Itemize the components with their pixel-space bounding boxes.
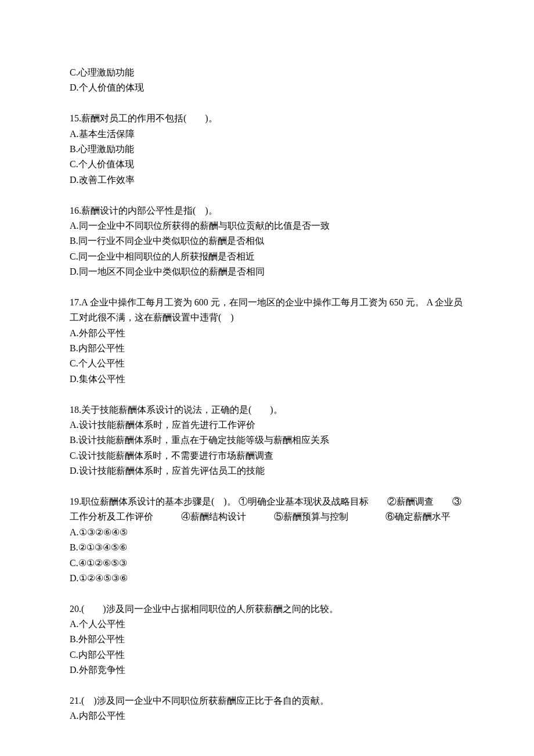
spacer [70,188,464,203]
q19-option-b: B.②①③④⑤⑥ [70,540,464,555]
q15-option-c: C.个人价值体现 [70,157,464,172]
q19-option-c: C.④①②⑥⑤③ [70,556,464,571]
orphan-option-c: C.心理激励功能 [70,65,464,80]
q17-option-d: D.集体公平性 [70,372,464,387]
q17-option-b: B.内部公平性 [70,341,464,356]
q15-option-b: B.心理激励功能 [70,142,464,157]
q19-stem: 19.职位薪酬体系设计的基本步骤是( )。 ①明确企业基本现状及战略目标 ②薪酬… [70,494,464,525]
q15-stem: 15.薪酬对员工的作用不包括( )。 [70,111,464,126]
q16-option-c: C.同一企业中相同职位的人所获报酬是否相近 [70,249,464,264]
q15-option-d: D.改善工作效率 [70,172,464,188]
q18-option-a: A.设计技能薪酬体系时，应首先进行工作评价 [70,417,464,433]
q20-option-d: D.外部竞争性 [70,663,464,678]
spacer [70,586,464,601]
q21-stem: 21.( )涉及同一企业中不同职位所获薪酬应正比于各自的贡献。 [70,693,464,708]
q15-option-a: A.基本生活保障 [70,127,464,142]
q20-option-c: C.内部公平性 [70,647,464,663]
orphan-option-d: D.个人价值的体现 [70,80,464,95]
spacer [70,479,464,494]
q19-option-a: A.①③②⑥④⑤ [70,525,464,540]
page: C.心理激励功能 D.个人价值的体现 15.薪酬对员工的作用不包括( )。 A.… [0,0,534,756]
q16-stem: 16.薪酬设计的内部公平性是指( )。 [70,203,464,218]
q16-option-a: A.同一企业中不同职位所获得的薪酬与职位贡献的比值是否一致 [70,218,464,233]
q18-option-d: D.设计技能薪酬体系时，应首先评估员工的技能 [70,463,464,478]
spacer [70,678,464,693]
q21-option-a: A.内部公平性 [70,708,464,723]
q20-option-b: B.外部公平性 [70,632,464,647]
q16-option-b: B.同一行业不同企业中类似职位的薪酬是否相似 [70,233,464,249]
q20-option-a: A.个人公平性 [70,617,464,632]
q17-option-a: A.外部公平性 [70,326,464,341]
q17-stem: 17.A 企业中操作工每月工资为 600 元，在同一地区的企业中操作工每月工资为… [70,295,464,326]
q18-option-c: C.设计技能薪酬体系时，不需要进行市场薪酬调查 [70,448,464,463]
spacer [70,96,464,111]
q20-stem: 20.( )涉及同一企业中占据相同职位的人所获薪酬之间的比较。 [70,602,464,617]
spacer [70,387,464,402]
q19-option-d: D.①②④⑤③⑥ [70,571,464,586]
q18-option-b: B.设计技能薪酬体系时，重点在于确定技能等级与薪酬相应关系 [70,433,464,448]
q17-option-c: C.个人公平性 [70,356,464,371]
q18-stem: 18.关于技能薪酬体系设计的说法，正确的是( )。 [70,402,464,417]
spacer [70,279,464,294]
q16-option-d: D.同一地区不同企业中类似职位的薪酬是否相同 [70,264,464,279]
